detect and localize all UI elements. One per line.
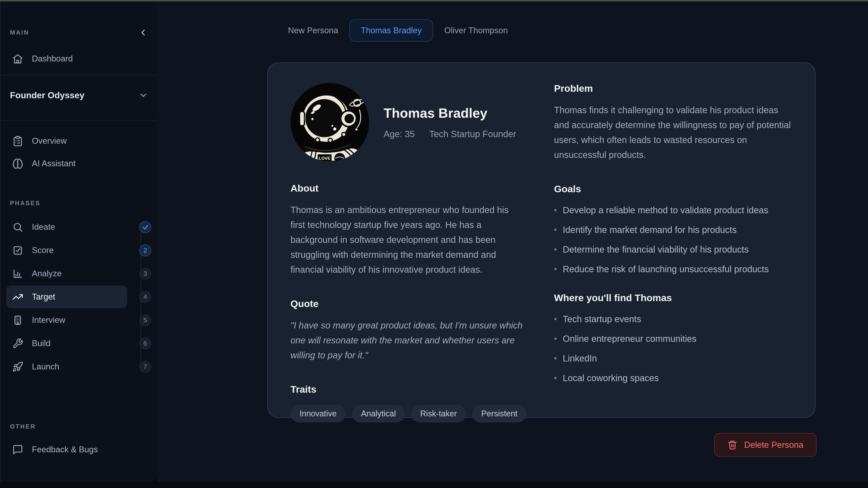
sidebar-item-label: AI Assistant	[32, 159, 75, 168]
tab-oliver-thompson[interactable]: Oliver Thompson	[433, 20, 519, 41]
trait-chip: Persistent	[472, 405, 526, 422]
check-icon	[142, 224, 149, 230]
phase-label: Analyze	[32, 269, 62, 278]
sidebar-item-label: Dashboard	[32, 54, 73, 64]
phase-badge: 2	[139, 245, 151, 256]
delete-persona-button[interactable]: Delete Persona	[714, 433, 816, 457]
trait-chip: Risk-taker	[411, 405, 466, 422]
tab-thomas-bradley[interactable]: Thomas Bradley	[349, 20, 433, 41]
search-icon	[12, 222, 23, 233]
persona-tabs: New Persona Thomas Bradley Oliver Thomps…	[277, 20, 519, 41]
problem-title: Problem	[554, 83, 793, 94]
trait-chip: Analytical	[352, 405, 405, 422]
main-content: New Persona Thomas Bradley Oliver Thomps…	[157, 1, 868, 488]
phase-row-ideate: Ideate	[6, 216, 151, 238]
project-name: Founder Odyssey	[10, 90, 84, 100]
phase-label: Build	[32, 339, 51, 348]
trash-icon	[727, 440, 737, 450]
phase-badge: 4	[139, 291, 151, 303]
find-item: Online entrepreneur communities	[554, 333, 793, 344]
chevron-down-icon	[138, 91, 148, 100]
phase-row-score: Score 2	[6, 239, 151, 262]
find-title: Where you'll find Thomas	[554, 292, 793, 303]
persona-right-column: Problem Thomas finds it challenging to v…	[554, 83, 793, 422]
sidebar-section-other: OTHER	[6, 423, 151, 430]
find-item: Tech startup events	[554, 313, 793, 325]
about-text: Thomas is an ambitious entrepreneur who …	[290, 202, 523, 277]
divider	[0, 120, 157, 121]
phase-label: Score	[32, 246, 54, 255]
phase-row-target: Target 4	[6, 286, 151, 308]
sidebar-item-score[interactable]: Score	[6, 239, 127, 262]
sidebar-section-phases: PHASES	[6, 200, 151, 207]
sidebar-section-main: MAIN	[10, 29, 29, 36]
find-item: LinkedIn	[554, 353, 793, 364]
traits-title: Traits	[290, 384, 523, 395]
home-icon	[12, 53, 23, 64]
trending-up-icon	[12, 291, 23, 302]
wrench-icon	[12, 338, 23, 349]
phase-row-interview: Interview 5	[6, 309, 151, 331]
window-bottom-strip	[0, 482, 868, 488]
svg-text:LOVE: LOVE	[319, 156, 331, 161]
project-switcher[interactable]: Founder Odyssey	[6, 75, 151, 115]
goal-item: Develop a reliable method to validate pr…	[554, 204, 793, 216]
phases-list: Ideate Score 2 Analyze 3	[6, 216, 151, 378]
astronaut-avatar: LOVE	[290, 83, 369, 162]
phase-badge: 3	[139, 268, 151, 280]
sidebar-item-label: Overview	[32, 136, 67, 146]
phase-label: Launch	[32, 362, 59, 371]
building-icon	[12, 315, 23, 326]
tab-new-persona[interactable]: New Persona	[277, 20, 349, 41]
message-square-icon	[12, 444, 23, 455]
phase-badge: 7	[139, 361, 151, 373]
bar-chart-icon	[12, 268, 23, 279]
goals-title: Goals	[554, 184, 793, 195]
rocket-icon	[12, 361, 23, 372]
persona-name-block: Thomas Bradley Age: 35 Tech Startup Foun…	[383, 105, 516, 139]
sidebar-collapse-button[interactable]	[138, 28, 148, 37]
sidebar-item-target[interactable]: Target	[6, 286, 127, 308]
about-title: About	[290, 183, 523, 194]
find-item: Local coworking spaces	[554, 372, 793, 384]
phase-row-build: Build 6	[6, 332, 151, 355]
persona-left-column: LOVE Thomas Bradley Age: 35 Tech Startup…	[290, 83, 523, 422]
sidebar-item-launch[interactable]: Launch	[6, 355, 127, 378]
persona-header: LOVE Thomas Bradley Age: 35 Tech Startup…	[290, 83, 523, 162]
quote-text: "I have so many great product ideas, but…	[290, 318, 523, 363]
phase-row-analyze: Analyze 3	[6, 262, 151, 285]
sidebar-item-ai-assistant[interactable]: AI Assistant	[6, 152, 151, 175]
goal-item: Determine the financial viability of his…	[554, 244, 793, 255]
phase-badge: 6	[139, 337, 151, 350]
find-list: Tech startup events Online entrepreneur …	[554, 313, 793, 384]
sidebar: MAIN Dashboard Founder Odyssey Overview …	[0, 1, 157, 482]
persona-role: Tech Startup Founder	[429, 129, 516, 139]
trait-chip: Innovative	[290, 405, 346, 422]
check-square-icon	[12, 245, 23, 256]
sidebar-item-build[interactable]: Build	[6, 332, 127, 355]
sidebar-item-dashboard[interactable]: Dashboard	[6, 47, 151, 70]
sidebar-item-interview[interactable]: Interview	[6, 309, 127, 331]
clipboard-list-icon	[12, 135, 23, 147]
quote-title: Quote	[290, 298, 523, 309]
phase-badge: 5	[139, 314, 151, 326]
delete-persona-label: Delete Persona	[744, 440, 803, 450]
goal-item: Identify the market demand for his produ…	[554, 224, 793, 235]
brain-icon	[12, 158, 23, 169]
persona-name: Thomas Bradley	[383, 105, 516, 121]
persona-age: Age: 35	[383, 129, 415, 139]
phase-row-launch: Launch 7	[6, 355, 151, 378]
sidebar-item-feedback[interactable]: Feedback & Bugs	[6, 438, 151, 461]
phase-badge-done	[139, 221, 151, 233]
sidebar-item-overview[interactable]: Overview	[6, 130, 151, 152]
goal-item: Reduce the risk of launching unsuccessfu…	[554, 263, 793, 275]
sidebar-item-label: Feedback & Bugs	[32, 445, 98, 454]
goals-list: Develop a reliable method to validate pr…	[554, 204, 793, 275]
sidebar-item-ideate[interactable]: Ideate	[6, 216, 127, 238]
sidebar-item-analyze[interactable]: Analyze	[6, 262, 127, 285]
traits-list: Innovative Analytical Risk-taker Persist…	[290, 405, 523, 422]
problem-text: Thomas finds it challenging to validate …	[554, 103, 793, 162]
phase-label: Ideate	[32, 222, 55, 232]
chevron-left-icon	[138, 28, 148, 37]
phase-label: Interview	[32, 315, 65, 325]
